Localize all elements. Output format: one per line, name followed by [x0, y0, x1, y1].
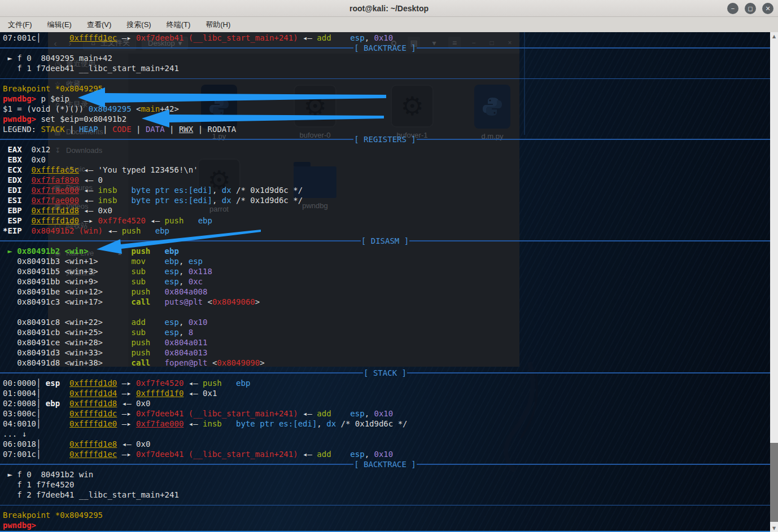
terminal-line-45: f 2 f7deeb41 __libc_start_main+241	[0, 490, 770, 500]
section-separator: [ DISASM ]	[0, 236, 770, 246]
terminal-line-21: ► 0x80491b2 <win> push ebp	[0, 246, 770, 256]
menu-item-1[interactable]: 文件(F)	[8, 20, 32, 30]
terminal-line-34: 00:0000│ esp 0xffffd1d0 —▸ 0xf7fe4520 ◂—…	[0, 378, 770, 388]
terminal-line-28: 0x80491c8 <win+22> add esp, 0x10	[0, 317, 770, 327]
window-titlebar: root@kali: ~/Desktop − ◻ ✕	[0, 0, 778, 17]
terminal-line-18: ESP 0xffffd1d0 —▸ 0xf7fe4520 ◂— push ebp	[0, 216, 770, 226]
section-separator: [ BACKTRACE ]	[0, 43, 770, 53]
section-separator: [ STACK ]	[0, 368, 770, 378]
section-separator: [ REGISTERS ]	[0, 134, 770, 144]
terminal-line-25: 0x80491be <win+12> push 0x804a008	[0, 287, 770, 297]
terminal-line-40: 06:0018│ 0xffffd1e8 ◂— 0x0	[0, 439, 770, 449]
window-controls: − ◻ ✕	[727, 3, 773, 14]
terminal-line-14: EDX 0xf7faf890 ◂— 0	[0, 175, 770, 185]
menu-item-4[interactable]: 搜索(S)	[126, 20, 151, 30]
section-label: [ BACKTRACE ]	[353, 43, 417, 53]
section-label: [ BACKTRACE ]	[353, 459, 417, 469]
separator-line	[0, 500, 770, 510]
terminal-line-16: ESI 0xf7fae000 ◂— insb byte ptr es:[edi]…	[0, 195, 770, 205]
close-button[interactable]: ✕	[762, 3, 773, 14]
terminal-line-3: f 1 f7deeb41 __libc_start_main+241	[0, 63, 770, 73]
terminal-line-26: 0x80491c3 <win+17> call puts@plt <0x8049…	[0, 297, 770, 307]
menu-item-5[interactable]: 终端(T)	[167, 20, 191, 30]
terminal-line-38: 04:0010│ 0xffffd1e0 —▸ 0xf7fae000 ◂— ins…	[0, 419, 770, 429]
terminal-line-19: *EIP 0x80491b2 (win) ◂— push ebp	[0, 226, 770, 236]
menu-item-2[interactable]: 编辑(E)	[47, 20, 72, 30]
section-label: [ REGISTERS ]	[353, 134, 417, 144]
section-separator: [ BACKTRACE ]	[0, 459, 770, 469]
minimize-button[interactable]: −	[727, 3, 738, 14]
terminal-line-17: EBP 0xffffd1d8 ◂— 0x0	[0, 205, 770, 216]
terminal-line-2: ► f 0 8049295 main+42	[0, 53, 770, 63]
menu-item-6[interactable]: 帮助(H)	[206, 20, 230, 30]
terminal-line-12: EBX 0x0	[0, 155, 770, 165]
scroll-down-icon[interactable]: ▼	[770, 524, 778, 532]
terminal-line-9: LEGEND: STACK | HEAP | CODE | DATA | RWX…	[0, 124, 770, 134]
terminal-line-8: pwndbg> set $eip=0x80491b2	[0, 114, 770, 124]
terminal-line-36: 02:0008│ ebp 0xffffd1d8 ◂— 0x0	[0, 398, 770, 408]
terminal-line-27	[0, 307, 770, 317]
scrollbar-thumb[interactable]	[770, 443, 778, 522]
terminal-line-31: 0x80491d3 <win+33> push 0x804a013	[0, 348, 770, 358]
terminal-line-30: 0x80491ce <win+28> push 0x804a011	[0, 337, 770, 348]
terminal-line-43: ► f 0 80491b2 win	[0, 469, 770, 480]
section-label: [ DISASM ]	[361, 236, 409, 246]
terminal-scrollbar[interactable]: ▲ ▼	[770, 32, 778, 532]
terminal-output[interactable]: 07:001c│ 0xffffd1ec —▸ 0xf7deeb41 (__lib…	[0, 32, 770, 532]
maximize-button[interactable]: ◻	[745, 3, 756, 14]
menu-item-3[interactable]: 查看(V)	[87, 20, 111, 30]
scroll-up-icon[interactable]: ▲	[770, 32, 778, 40]
terminal-line-32: 0x80491d8 <win+38> call fopen@plt <0x804…	[0, 358, 770, 368]
terminal-menubar: 文件(F)编辑(E)查看(V)搜索(S)终端(T)帮助(H)	[0, 17, 778, 32]
terminal-line-44: f 1 f7fe4520	[0, 480, 770, 490]
terminal-window: ‹ › ⌂ 主文件夹 Desktop ▾ ▤ ▾ ≡ − □ ×	[0, 32, 778, 532]
terminal-line-6: pwndbg> p $eip	[0, 94, 770, 104]
terminal-line-23: 0x80491b5 <win+3> sub esp, 0x118	[0, 266, 770, 276]
terminal-line-0: 07:001c│ 0xffffd1ec —▸ 0xf7deeb41 (__lib…	[0, 33, 770, 43]
terminal-line-39: ... ↓	[0, 429, 770, 439]
terminal-line-5: Breakpoint *0x8049295	[0, 83, 770, 94]
terminal-line-24: 0x80491bb <win+9> sub esp, 0xc	[0, 276, 770, 287]
separator-line	[0, 73, 770, 83]
terminal-line-13: ECX 0xffffac5c ◂— 'You typed 123456!\n'	[0, 165, 770, 175]
terminal-line-37: 03:000c│ 0xffffd1dc —▸ 0xf7deeb41 (__lib…	[0, 408, 770, 419]
terminal-line-35: 01:0004│ 0xffffd1d4 —▸ 0xffffd1f0 ◂— 0x1	[0, 388, 770, 398]
terminal-line-11: EAX 0x12	[0, 144, 770, 155]
terminal-line-29: 0x80491cb <win+25> sub esp, 8	[0, 327, 770, 337]
screen: root@kali: ~/Desktop − ◻ ✕ 文件(F)编辑(E)查看(…	[0, 0, 778, 532]
window-title: root@kali: ~/Desktop	[349, 4, 429, 13]
terminal-line-7: $1 = (void (*)()) 0x8049295 <main+42>	[0, 104, 770, 114]
terminal-line-22: 0x80491b3 <win+1> mov ebp, esp	[0, 256, 770, 266]
terminal-line-47: Breakpoint *0x8049295	[0, 510, 770, 520]
terminal-line-15: EDI 0xf7fae000 ◂— insb byte ptr es:[edi]…	[0, 185, 770, 195]
terminal-line-48: pwndbg>	[0, 520, 770, 530]
terminal-line-41: 07:001c│ 0xffffd1ec —▸ 0xf7deeb41 (__lib…	[0, 449, 770, 459]
section-label: [ STACK ]	[363, 368, 407, 378]
